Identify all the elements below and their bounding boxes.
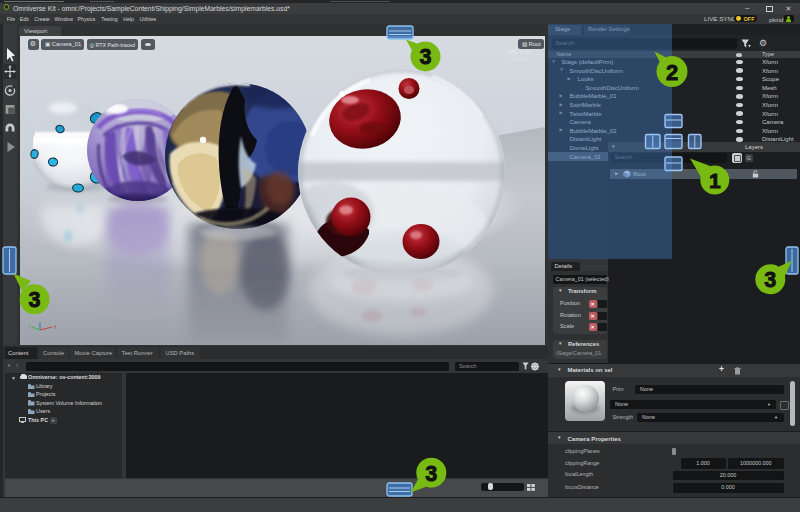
svg-text:3: 3 <box>764 268 776 292</box>
svg-text:X: X <box>54 325 57 330</box>
svg-text:3: 3 <box>29 288 41 312</box>
svg-text:3: 3 <box>420 45 432 69</box>
svg-text:3: 3 <box>425 462 437 486</box>
svg-text:Y: Y <box>28 324 31 329</box>
svg-text:1: 1 <box>709 169 721 192</box>
svg-text:2: 2 <box>666 60 678 85</box>
